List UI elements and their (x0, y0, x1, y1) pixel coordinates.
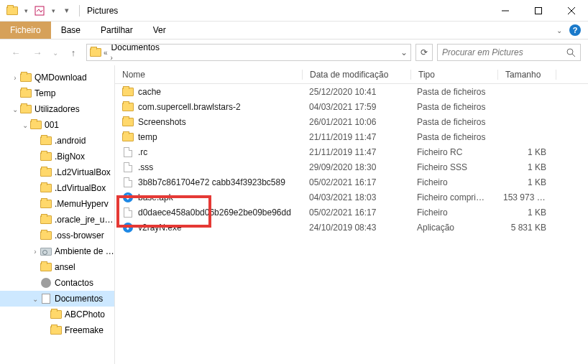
tree-item[interactable]: .MemuHyperv (0, 196, 114, 212)
folder-icon (40, 151, 52, 162)
maximize-button[interactable] (522, 0, 555, 21)
breadcrumb-prefix: « (103, 49, 109, 57)
tree-item[interactable]: Freemake (0, 322, 114, 338)
tree-twisty-icon[interactable]: ⌄ (10, 106, 20, 113)
address-bar[interactable]: « Utilizadores›001›Documentos›XuanZhi›Pi… (86, 44, 411, 61)
tree-twisty-icon[interactable]: ⌄ (20, 121, 30, 129)
tree-twisty-icon[interactable]: ⌄ (30, 295, 40, 303)
folder-icon (40, 261, 52, 273)
file-row[interactable]: ⬇base.apk04/03/2021 18:03Ficheiro compri… (115, 190, 588, 205)
file-date: 26/01/2021 10:06 (302, 117, 410, 127)
recent-dropdown-icon[interactable]: ⌄ (50, 44, 60, 61)
tree-item[interactable]: ›Ambiente de trabalho (0, 243, 114, 259)
window-title: Pictures (84, 6, 118, 16)
file-row[interactable]: com.supercell.brawlstars-204/03/2021 17:… (115, 99, 588, 114)
search-icon[interactable] (566, 48, 576, 57)
file-row[interactable]: ⬇v2rayN.exe24/10/2019 08:43Aplicação5 83… (115, 220, 588, 235)
col-type[interactable]: Tipo (411, 70, 497, 80)
refresh-button[interactable]: ⟳ (415, 44, 433, 61)
file-date: 29/09/2020 18:30 (302, 162, 410, 172)
tree-item-label: .MemuHyperv (52, 199, 109, 209)
address-dropdown-icon[interactable]: ⌄ (400, 47, 408, 57)
file-row[interactable]: Screenshots26/01/2021 10:06Pasta de fich… (115, 114, 588, 129)
qat-dropdown2-icon[interactable]: ▾ (49, 3, 58, 19)
svg-point-5 (567, 49, 573, 55)
qat-overflow-icon[interactable]: ▾ (59, 3, 75, 19)
tab-file[interactable]: Ficheiro (0, 22, 51, 39)
file-name: .sss (138, 162, 153, 172)
search-input[interactable] (442, 47, 566, 57)
tree-item[interactable]: ⌄Utilizadores (0, 101, 114, 117)
file-name: 3b8b7c861704e72 cabb34f3923bc589 (138, 177, 285, 187)
file-name: cache (138, 87, 161, 97)
file-row[interactable]: .rc21/11/2019 11:47Ficheiro RC1 KB (115, 144, 588, 159)
tree-item[interactable]: ⌄Documentos (0, 291, 114, 307)
tree-twisty-icon[interactable]: › (30, 248, 40, 256)
file-date: 21/11/2019 11:47 (302, 147, 410, 157)
file-name: d0daece458a0bd06b269e2be09be96dd (138, 207, 291, 218)
tree-twisty-icon[interactable]: › (10, 74, 20, 82)
tree-item[interactable]: ⌄001 (0, 117, 114, 133)
folder-icon (30, 119, 42, 131)
file-pane: Nome Data de modificação Tipo Tamanho ca… (115, 65, 588, 364)
minimize-button[interactable] (489, 0, 522, 21)
file-type: Pasta de ficheiros (410, 117, 496, 127)
back-button[interactable]: ← (7, 44, 24, 61)
folder-icon (40, 182, 52, 194)
search-box[interactable] (437, 44, 581, 61)
tree-item-label: Freemake (62, 325, 104, 335)
title-bar: ▾ ▾ ▾ Pictures (0, 0, 588, 22)
apk-icon: ⬇ (122, 192, 134, 203)
titlebar-divider (79, 5, 80, 17)
folder-icon (122, 101, 134, 113)
tree-item-label: .oss-browser (52, 230, 104, 241)
file-type: Ficheiro RC (410, 147, 496, 157)
file-row[interactable]: .sss29/09/2020 18:30Ficheiro SSS1 KB (115, 159, 588, 174)
file-row[interactable]: 3b8b7c861704e72 cabb34f3923bc58905/02/20… (115, 174, 588, 190)
tree-item[interactable]: Temp (0, 85, 114, 101)
chevron-right-icon[interactable]: › (110, 54, 114, 61)
main-split: ›QMDownloadTemp⌄Utilizadores⌄001.android… (0, 65, 588, 364)
tree-item-label: .oracle_jre_usage (52, 215, 114, 225)
up-button[interactable]: ↑ (65, 44, 82, 61)
tree-item[interactable]: .oracle_jre_usage (0, 212, 114, 228)
file-row[interactable]: cache25/12/2020 10:41Pasta de ficheiros (115, 84, 588, 99)
file-icon (122, 162, 134, 173)
file-type: Ficheiro (410, 207, 496, 218)
breadcrumb-item[interactable]: Documentos (110, 44, 161, 52)
col-name[interactable]: Nome (115, 70, 302, 80)
properties-icon[interactable] (32, 3, 47, 19)
tab-view[interactable]: Ver (143, 22, 176, 39)
ribbon-expand-icon[interactable]: ⌄ (556, 27, 562, 34)
file-row[interactable]: d0daece458a0bd06b269e2be09be96dd05/02/20… (115, 205, 588, 220)
tree-item[interactable]: ABCPhoto (0, 307, 114, 322)
tree-item[interactable]: ansel (0, 259, 114, 275)
tree-item-label: ABCPhoto (62, 309, 105, 319)
col-date[interactable]: Data de modificação (303, 70, 410, 80)
file-size: 1 KB (496, 162, 553, 172)
folder-icon (40, 167, 52, 178)
tree-item[interactable]: Contactos (0, 275, 114, 291)
col-size[interactable]: Tamanho (498, 70, 556, 80)
addr-folder-icon (90, 47, 101, 58)
qat-dropdown-icon[interactable]: ▾ (22, 3, 30, 19)
ribbon: Ficheiro Base Partilhar Ver ⌄ ? (0, 22, 588, 39)
tree-item[interactable]: .Ld2VirtualBox (0, 164, 114, 180)
help-icon[interactable]: ? (569, 24, 581, 36)
file-date: 24/10/2019 08:43 (302, 223, 410, 233)
tree-item[interactable]: .android (0, 133, 114, 149)
folder-icon (20, 88, 32, 99)
tree-item[interactable]: .BigNox (0, 149, 114, 164)
tree-item[interactable]: .oss-browser (0, 228, 114, 243)
tab-share[interactable]: Partilhar (91, 22, 143, 39)
column-headers: Nome Data de modificação Tipo Tamanho (115, 65, 588, 84)
tab-base[interactable]: Base (51, 22, 91, 39)
close-button[interactable] (555, 0, 588, 21)
tree-item[interactable]: ›QMDownload (0, 70, 114, 85)
tree-item-label: Temp (32, 88, 55, 98)
forward-button[interactable]: → (29, 44, 46, 61)
tree-item[interactable]: .LdVirtualBox (0, 180, 114, 196)
folder-icon (40, 214, 52, 225)
file-row[interactable]: temp21/11/2019 11:47Pasta de ficheiros (115, 129, 588, 144)
nav-tree[interactable]: ›QMDownloadTemp⌄Utilizadores⌄001.android… (0, 65, 115, 364)
